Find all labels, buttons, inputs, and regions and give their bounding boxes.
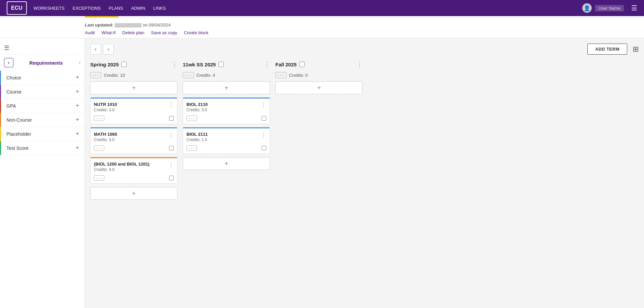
nav-links-item[interactable]: LINKS (153, 6, 166, 11)
course-name: (BIOL 1200 and BIOL 1201) (94, 162, 150, 167)
req-item-add-icon[interactable]: + (75, 116, 79, 123)
course-info: BIOL 2111 Credits: 1.0 (186, 132, 208, 142)
sidebar-req-item-course[interactable]: Course + (0, 85, 85, 99)
course-footer: - - - (91, 114, 177, 124)
term-credits-spring-2025: Credits: 10 (104, 73, 125, 78)
add-course-btn-bottom-spring-2025[interactable]: + (90, 187, 177, 200)
requirements-back-btn[interactable]: ‹ (4, 58, 13, 67)
course-menu-icon[interactable]: ⋮ (261, 132, 266, 138)
course-name: BIOL 2111 (186, 132, 208, 137)
requirements-items: Choice + Course + GPA + Non-Course + Pla… (0, 71, 85, 155)
add-term-button[interactable]: ADD TERM (587, 44, 627, 55)
terms-grid: Spring 2025 ⋮ - - - Credits: 10 + NUTR 1… (90, 59, 639, 203)
nav-links: WORKSHEETS EXCEPTIONS PLANS ADMIN LINKS (34, 6, 582, 11)
req-item-label: Test Score (6, 145, 29, 151)
course-menu-icon[interactable]: ⋮ (168, 162, 174, 168)
course-tag: - - - (186, 116, 197, 121)
course-footer: - - - (183, 114, 270, 124)
term-checkbox-spring-2025[interactable] (121, 62, 127, 67)
term-checkbox-11wk-ss-2025[interactable] (218, 62, 224, 67)
sidebar-menu-icon[interactable]: ☰ (4, 44, 9, 52)
term-checkbox-fall-2025[interactable] (299, 62, 305, 67)
term-toolbar: ‹ › ADD TERM ⊞ (90, 44, 639, 55)
term-title-area: Spring 2025 (90, 62, 127, 67)
req-item-add-icon[interactable]: + (75, 74, 79, 81)
top-navigation: ECU WORKSHEETS EXCEPTIONS PLANS ADMIN LI… (0, 0, 644, 16)
sidebar-req-item-placeholder[interactable]: Placeholder + (0, 127, 85, 141)
sidebar-req-item-test-score[interactable]: Test Score + (0, 141, 85, 155)
req-item-add-icon[interactable]: + (75, 144, 79, 151)
what-if-link[interactable]: What-If (102, 30, 116, 35)
course-tag: - - - (94, 116, 104, 121)
course-card-1-spring-2025: MATH 1065 Credits: 3.0 ⋮ - - - (90, 127, 177, 154)
course-menu-icon[interactable]: ⋮ (168, 132, 174, 138)
nav-exceptions[interactable]: EXCEPTIONS (72, 6, 101, 11)
course-footer: - - - (91, 143, 177, 153)
last-updated-label: Last updated: (85, 22, 113, 27)
term-menu-icon-fall-2025[interactable]: ⋮ (357, 61, 363, 68)
course-credits: Credits: 4.0 (94, 167, 150, 172)
requirements-header: ‹ Requirements › (0, 55, 85, 71)
action-links: Audit What-If Delete plan Save as copy C… (85, 30, 637, 35)
req-item-add-icon[interactable]: + (75, 88, 79, 95)
delete-plan-link[interactable]: Delete plan (122, 30, 145, 35)
course-card-header: BIOL 2111 Credits: 1.0 ⋮ (183, 128, 270, 143)
add-course-btn-bottom-11wk-ss-2025[interactable]: + (183, 157, 270, 170)
req-item-label: Course (6, 89, 21, 95)
term-next-btn[interactable]: › (103, 44, 114, 55)
create-block-link[interactable]: Create block (184, 30, 208, 35)
course-info: (BIOL 1200 and BIOL 1201) Credits: 4.0 (94, 162, 150, 172)
term-prev-btn[interactable]: ‹ (90, 44, 101, 55)
sub-header: Last updated: on 09/04/2024 Audit What-I… (0, 18, 644, 38)
requirements-title: Requirements (29, 60, 63, 66)
course-checkbox[interactable] (262, 116, 266, 121)
term-credits-fall-2025: Credits: 0 (289, 73, 308, 78)
main-layout: ☰ ‹ Requirements › Choice + Course + GPA… (0, 38, 644, 308)
sidebar: ☰ ‹ Requirements › Choice + Course + GPA… (0, 38, 85, 308)
course-card-2-spring-2025: (BIOL 1200 and BIOL 1201) Credits: 4.0 ⋮… (90, 157, 177, 184)
audit-link[interactable]: Audit (85, 30, 95, 35)
course-credits: Credits: 3.0 (94, 137, 117, 142)
course-credits: Credits: 1.0 (186, 137, 208, 142)
course-card-header: BIOL 2110 Credits: 3.0 ⋮ (183, 99, 270, 114)
term-column-spring-2025: Spring 2025 ⋮ - - - Credits: 10 + NUTR 1… (90, 59, 177, 203)
term-title-fall-2025: Fall 2025 (275, 62, 297, 67)
course-tag: - - - (94, 145, 104, 151)
course-credits: Credits: 3.0 (186, 108, 208, 112)
term-title-11wk-ss-2025: 11wk SS 2025 (183, 62, 216, 67)
save-as-copy-link[interactable]: Save as copy (151, 30, 177, 35)
hamburger-icon[interactable]: ☰ (631, 4, 637, 12)
term-credits-11wk-ss-2025: Credits: 4 (197, 73, 215, 78)
expand-icon[interactable]: ⊞ (633, 45, 639, 54)
nav-plans[interactable]: PLANS (109, 6, 123, 11)
term-menu-icon-11wk-ss-2025[interactable]: ⋮ (264, 61, 270, 68)
yellow-progress-bar (85, 16, 118, 17)
term-title-area: Fall 2025 (275, 62, 305, 67)
course-card-header: MATH 1065 Credits: 3.0 ⋮ (91, 128, 177, 143)
nav-admin[interactable]: ADMIN (131, 6, 145, 11)
course-checkbox[interactable] (169, 176, 174, 180)
course-menu-icon[interactable]: ⋮ (168, 102, 174, 108)
requirements-forward-btn[interactable]: › (79, 60, 80, 66)
add-course-btn-top-fall-2025[interactable]: + (275, 81, 363, 94)
req-item-label: Non-Course (6, 117, 32, 123)
sidebar-req-item-non-course[interactable]: Non-Course + (0, 113, 85, 127)
sidebar-req-item-choice[interactable]: Choice + (0, 71, 85, 85)
course-info: MATH 1065 Credits: 3.0 (94, 132, 117, 142)
user-avatar-icon: 👤 (582, 3, 592, 13)
add-course-btn-top-spring-2025[interactable]: + (90, 81, 177, 94)
req-item-add-icon[interactable]: + (75, 130, 79, 137)
course-footer: - - - (183, 143, 270, 153)
course-name: MATH 1065 (94, 132, 117, 137)
add-course-btn-top-11wk-ss-2025[interactable]: + (183, 81, 270, 94)
course-checkbox[interactable] (169, 146, 174, 150)
course-checkbox[interactable] (262, 146, 266, 150)
nav-worksheets[interactable]: WORKSHEETS (34, 6, 64, 11)
course-name: BIOL 2110 (186, 102, 208, 107)
course-tag: - - - (94, 175, 104, 181)
course-menu-icon[interactable]: ⋮ (261, 102, 266, 108)
course-checkbox[interactable] (169, 116, 174, 121)
term-menu-icon-spring-2025[interactable]: ⋮ (171, 61, 177, 68)
sidebar-req-item-gpa[interactable]: GPA + (0, 99, 85, 113)
req-item-add-icon[interactable]: + (75, 102, 79, 109)
